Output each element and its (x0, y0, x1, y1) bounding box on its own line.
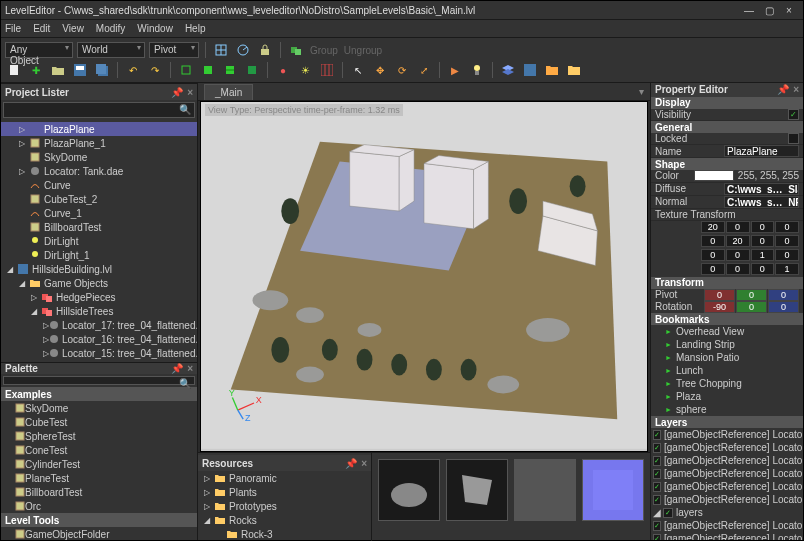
menu-window[interactable]: Window (137, 23, 173, 34)
select-icon[interactable]: ↖ (349, 61, 367, 79)
rotate-icon[interactable]: ⟳ (393, 61, 411, 79)
palette-item[interactable]: CylinderTest (1, 457, 197, 471)
bookmark-item[interactable]: Mansion Patio (651, 351, 803, 364)
group-icon[interactable] (287, 41, 305, 59)
rot-y[interactable]: 0 (736, 301, 767, 313)
palette-item[interactable]: BillboardTest (1, 485, 197, 499)
pin-icon[interactable]: 📌 (345, 458, 357, 469)
pin-icon[interactable]: 📌 (171, 363, 183, 374)
tree-item[interactable]: ▷PlazaPlane_1 (1, 136, 197, 150)
matrix-cell[interactable]: 0 (701, 235, 725, 247)
palette-search[interactable]: 🔍 (3, 376, 195, 385)
resource-item[interactable]: ▷Prototypes (198, 499, 371, 513)
palette-group-header[interactable]: Examples (1, 387, 197, 401)
pivot-y[interactable]: 0 (736, 289, 767, 301)
tree-item[interactable]: Curve_1 (1, 206, 197, 220)
section-shape[interactable]: Shape (651, 158, 803, 170)
tex-cube-icon[interactable] (221, 61, 239, 79)
palette-group-header[interactable]: Level Tools (1, 513, 197, 527)
snap-toggle-icon[interactable] (212, 41, 230, 59)
menu-edit[interactable]: Edit (33, 23, 50, 34)
palette-item[interactable]: Orc (1, 499, 197, 513)
matrix-cell[interactable]: 0 (751, 235, 775, 247)
layer-item[interactable]: ✓[gameObjectReference] Locator_8 (651, 467, 803, 480)
palette-item[interactable]: PlaneTest (1, 471, 197, 485)
menu-modify[interactable]: Modify (96, 23, 125, 34)
matrix-cell[interactable]: 0 (726, 221, 750, 233)
section-general[interactable]: General (651, 121, 803, 133)
bookmark-item[interactable]: sphere (651, 403, 803, 416)
bookmark-item[interactable]: Tree Chopping (651, 377, 803, 390)
viewport-options-icon[interactable]: ▾ (639, 86, 644, 97)
section-transform[interactable]: Transform (651, 277, 803, 289)
undo-icon[interactable]: ↶ (124, 61, 142, 79)
project-tree[interactable]: ▷PlazaPlane▷PlazaPlane_1SkyDome▷Locator:… (1, 120, 197, 362)
layer-item[interactable]: ✓[gameObjectReference] Locator_10 (651, 519, 803, 532)
tree-item[interactable]: ▷Locator_15: tree_04_flattened.atgi (1, 346, 197, 360)
visibility-checkbox[interactable]: ✓ (788, 109, 799, 120)
layer-item[interactable]: ✓[gameObjectReference] Locator_11 (651, 532, 803, 540)
matrix-cell[interactable]: 0 (701, 249, 725, 261)
rot-z[interactable]: 0 (768, 301, 799, 313)
scale-icon[interactable]: ⤢ (415, 61, 433, 79)
snap-angle-icon[interactable] (234, 41, 252, 59)
resource-item[interactable]: ◢Rocks (198, 513, 371, 527)
save-icon[interactable] (71, 61, 89, 79)
matrix-cell[interactable]: 0 (775, 221, 799, 233)
matrix-cell[interactable]: 0 (726, 249, 750, 261)
layer-item[interactable]: ✓[gameObjectReference] Locator_6 (651, 441, 803, 454)
tree-item[interactable]: ▷PlazaPlane (1, 122, 197, 136)
matrix-cell[interactable]: 0 (751, 221, 775, 233)
layers-list[interactable]: ✓[gameObjectReference] Locator_5✓[gameOb… (651, 428, 803, 540)
minimize-button[interactable]: — (739, 3, 759, 17)
resource-item[interactable]: ▷Panoramic (198, 471, 371, 485)
tree-item[interactable]: Curve (1, 178, 197, 192)
camera-icon[interactable]: ● (274, 61, 292, 79)
pivot-x[interactable]: 0 (704, 289, 735, 301)
save-all-icon[interactable] (93, 61, 111, 79)
diffuse-field[interactable]: C:\wws_s…_Slabs.dds (724, 183, 799, 195)
matrix-cell[interactable]: 0 (775, 249, 799, 261)
tree-item[interactable]: ▷HedgePieces (1, 290, 197, 304)
light-icon[interactable]: ☀ (296, 61, 314, 79)
resource-item[interactable]: ▷Plants (198, 485, 371, 499)
close-panel-icon[interactable]: × (187, 87, 193, 98)
close-panel-icon[interactable]: × (187, 363, 193, 374)
move-icon[interactable]: ✥ (371, 61, 389, 79)
grid-icon[interactable] (318, 61, 336, 79)
normal-field[interactable]: C:\wws_s…_NRM.dds (724, 196, 799, 208)
thumbnail[interactable] (378, 459, 440, 521)
object-filter-combo[interactable]: Any Object (5, 42, 73, 58)
pin-icon[interactable]: 📌 (171, 87, 183, 98)
matrix-cell[interactable]: 20 (701, 221, 725, 233)
section-layers[interactable]: Layers (651, 416, 803, 428)
tree-item[interactable]: DirLight_1 (1, 248, 197, 262)
section-bookmarks[interactable]: Bookmarks (651, 313, 803, 325)
palette-item[interactable]: ConeTest (1, 443, 197, 457)
snap-grid-icon[interactable] (521, 61, 539, 79)
bookmark-item[interactable]: Lunch (651, 364, 803, 377)
palette-item[interactable]: SkyDome (1, 401, 197, 415)
palette-item[interactable]: SphereTest (1, 429, 197, 443)
matrix-cell[interactable]: 1 (775, 263, 799, 275)
redo-icon[interactable]: ↷ (146, 61, 164, 79)
tree-item[interactable]: CubeTest_2 (1, 192, 197, 206)
palette-item[interactable]: CubeTest (1, 415, 197, 429)
layer-item[interactable]: ✓[gameObjectReference] Locator_7 (651, 454, 803, 467)
bookmark-item[interactable]: Landing Strip (651, 338, 803, 351)
pivot-z[interactable]: 0 (768, 289, 799, 301)
pin-icon[interactable]: 📌 (777, 84, 789, 95)
bookmark-item[interactable]: Plaza (651, 390, 803, 403)
thumbnail[interactable] (514, 459, 576, 521)
tree-item[interactable]: DirLight (1, 234, 197, 248)
matrix-cell[interactable]: 20 (726, 235, 750, 247)
layer-icon[interactable] (499, 61, 517, 79)
name-field[interactable]: PlazaPlane (724, 145, 799, 157)
tree-item[interactable]: ◢HillsideBuilding.lvl (1, 262, 197, 276)
solid-cube-icon[interactable] (199, 61, 217, 79)
color-swatch[interactable] (694, 170, 734, 181)
bookmark-item[interactable]: Overhead View (651, 325, 803, 338)
scope-combo[interactable]: World (77, 42, 145, 58)
tree-item[interactable]: ▷Locator_17: tree_04_flattened.atgi (1, 318, 197, 332)
rot-x[interactable]: -90 (704, 301, 735, 313)
